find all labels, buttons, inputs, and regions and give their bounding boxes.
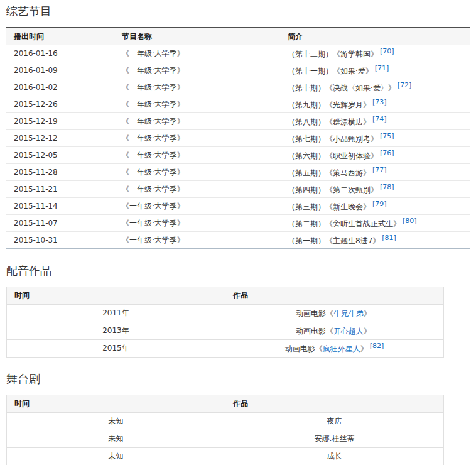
program-name: 《一年级·大学季》	[114, 198, 280, 215]
reference-link[interactable]: [75]	[380, 132, 394, 140]
broadcast-date: 2015-12-12	[6, 130, 114, 147]
reference-link[interactable]: [71]	[375, 64, 389, 72]
program-name: 《一年级·大学季》	[114, 62, 280, 79]
work-suffix: 》	[360, 344, 368, 353]
program-name: 《一年级·大学季》	[114, 181, 280, 198]
work-suffix: 》	[364, 327, 371, 336]
column-header-program-name: 节目名称	[114, 28, 280, 45]
table-row: 2015-12-19 《一年级·大学季》 （第八期）《群漂横店》[74]	[6, 113, 470, 130]
table-row: 2016-01-02 《一年级·大学季》 （第十期）《决战〈如果·爱〉》[72]	[6, 79, 470, 96]
episode-summary-text: （第四期）《第二次甄别》	[288, 185, 378, 194]
work-year: 2011年	[7, 305, 225, 322]
episode-summary-text: （第五期）《策马西游》	[288, 168, 371, 177]
episode-summary-text: （第八期）《群漂横店》	[288, 118, 371, 126]
broadcast-date: 2016-01-16	[6, 45, 114, 62]
table-row: 2015-12-12 《一年级·大学季》 （第七期）《小品甄别考》[75]	[6, 130, 470, 147]
work-title: 安娜.桂丝蒂	[225, 430, 444, 448]
work-link[interactable]: 疯狂外星人	[323, 344, 360, 353]
column-header-time: 时间	[7, 287, 225, 305]
variety-header-row: 播出时间 节目名称 简介	[6, 28, 470, 45]
reference-link[interactable]: [73]	[372, 98, 387, 106]
table-row: 2015年 动画电影《疯狂外星人》[82]	[7, 340, 444, 358]
work-title: 动画电影《开心超人》	[225, 322, 444, 340]
broadcast-date: 2015-10-31	[6, 232, 114, 249]
work-link[interactable]: 开心超人	[333, 327, 364, 336]
work-title: 夜店	[225, 413, 444, 430]
episode-summary: （第十一期）《如果·爱》[71]	[280, 62, 470, 79]
dubbing-header-row: 时间 作品	[7, 287, 444, 305]
broadcast-date: 2015-11-21	[6, 181, 114, 198]
episode-summary: （第三期）《新生晚会》[79]	[280, 198, 470, 215]
episode-summary-text: （第六期）《职业初体验》	[288, 151, 378, 160]
work-prefix: 动画电影《	[296, 327, 333, 336]
table-row: 2016-01-09 《一年级·大学季》 （第十一期）《如果·爱》[71]	[6, 62, 470, 79]
episode-summary: （第四期）《第二次甄别》[78]	[280, 181, 470, 198]
program-name: 《一年级·大学季》	[114, 113, 280, 130]
work-title: 动画电影《牛兄牛弟》	[225, 305, 444, 322]
column-header-summary: 简介	[280, 28, 470, 45]
table-row: 未知 夜店	[7, 413, 444, 430]
episode-summary: （第七期）《小品甄别考》[75]	[280, 130, 470, 147]
table-row: 2016-01-16 《一年级·大学季》 （第十二期）《游学韩国》[70]	[6, 45, 470, 62]
work-prefix: 动画电影《	[296, 309, 333, 318]
work-year: 2013年	[7, 322, 225, 340]
episode-summary-text: （第一期）《主题生8进7》	[288, 236, 380, 245]
table-row: 2015-12-05 《一年级·大学季》 （第六期）《职业初体验》[76]	[6, 147, 470, 164]
episode-summary: （第二期）《旁听生首战正式生》[80]	[280, 215, 470, 232]
program-name: 《一年级·大学季》	[114, 130, 280, 147]
variety-table: 播出时间 节目名称 简介 2016-01-16 《一年级·大学季》 （第十二期）…	[6, 27, 470, 249]
program-name: 《一年级·大学季》	[114, 79, 280, 96]
episode-summary: （第九期）《光辉岁月》[73]	[280, 96, 470, 113]
section-heading-dubbing: 配音作品	[6, 265, 470, 277]
program-name: 《一年级·大学季》	[114, 215, 280, 232]
reference-link[interactable]: [80]	[403, 217, 417, 225]
reference-link[interactable]: [79]	[372, 200, 387, 208]
reference-link[interactable]: [82]	[370, 342, 384, 350]
work-title: 成长	[225, 448, 444, 465]
program-name: 《一年级·大学季》	[114, 96, 280, 113]
work-title: 动画电影《疯狂外星人》[82]	[225, 340, 444, 358]
table-row: 2015-12-26 《一年级·大学季》 （第九期）《光辉岁月》[73]	[6, 96, 470, 113]
reference-link[interactable]: [78]	[380, 183, 394, 191]
work-link[interactable]: 牛兄牛弟	[333, 309, 364, 318]
episode-summary-text: （第十一期）《如果·爱》	[288, 67, 373, 75]
episode-summary: （第十期）《决战〈如果·爱〉》[72]	[280, 79, 470, 96]
episode-summary-text: （第十二期）《游学韩国》	[288, 50, 378, 58]
column-header-time: 时间	[7, 395, 225, 413]
column-header-work: 作品	[225, 395, 444, 413]
episode-summary: （第八期）《群漂横店》[74]	[280, 113, 470, 130]
program-name: 《一年级·大学季》	[114, 164, 280, 181]
reference-link[interactable]: [77]	[372, 166, 387, 174]
program-name: 《一年级·大学季》	[114, 45, 280, 62]
reference-link[interactable]: [72]	[398, 81, 412, 89]
section-heading-variety: 综艺节目	[6, 5, 470, 18]
program-name: 《一年级·大学季》	[114, 147, 280, 164]
episode-summary: （第五期）《策马西游》[77]	[280, 164, 470, 181]
reference-link[interactable]: [70]	[380, 47, 394, 55]
episode-summary-text: （第九期）《光辉岁月》	[288, 101, 371, 109]
table-row: 2015-10-31 《一年级·大学季》 （第一期）《主题生8进7》[81]	[6, 232, 470, 249]
episode-summary-text: （第二期）《旁听生首战正式生》	[288, 219, 401, 228]
table-row: 2015-11-28 《一年级·大学季》 （第五期）《策马西游》[77]	[6, 164, 470, 181]
broadcast-date: 2016-01-09	[6, 62, 114, 79]
work-prefix: 动画电影《	[285, 344, 323, 353]
broadcast-date: 2015-12-26	[6, 96, 114, 113]
work-year: 未知	[7, 430, 225, 448]
reference-link[interactable]: [81]	[382, 234, 396, 242]
column-header-work: 作品	[225, 287, 444, 305]
dubbing-table: 时间 作品 2011年 动画电影《牛兄牛弟》 2013年 动画电影《开心超人》 …	[6, 287, 444, 358]
section-heading-stage: 舞台剧	[6, 373, 470, 385]
broadcast-date: 2016-01-02	[6, 79, 114, 96]
table-row: 2013年 动画电影《开心超人》	[7, 322, 444, 340]
work-year: 未知	[7, 448, 225, 465]
program-name: 《一年级·大学季》	[114, 232, 280, 249]
table-row: 2011年 动画电影《牛兄牛弟》	[7, 305, 444, 322]
work-suffix: 》	[364, 309, 371, 318]
broadcast-date: 2015-12-19	[6, 113, 114, 130]
episode-summary: （第一期）《主题生8进7》[81]	[280, 232, 470, 249]
work-year: 2015年	[7, 340, 225, 358]
episode-summary: （第六期）《职业初体验》[76]	[280, 147, 470, 164]
reference-link[interactable]: [74]	[372, 115, 387, 123]
table-row: 未知 成长	[7, 448, 444, 465]
reference-link[interactable]: [76]	[380, 149, 394, 157]
